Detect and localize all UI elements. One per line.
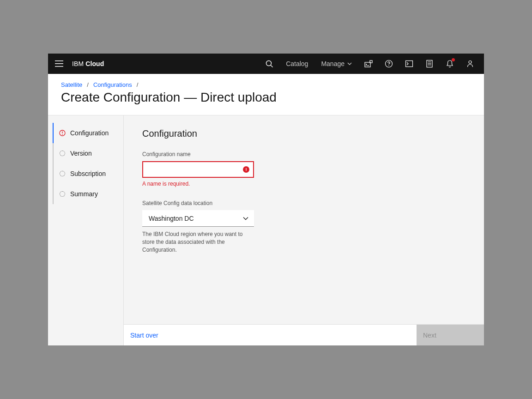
console-icon-button[interactable] [399, 54, 419, 74]
cloud-shell-icon [364, 60, 373, 67]
location-select-wrap: Washington DC [142, 210, 254, 227]
step-subscription[interactable]: Subscription [53, 163, 123, 184]
step-configuration[interactable]: Configuration [53, 123, 123, 143]
step-summary[interactable]: Summary [53, 184, 123, 204]
wizard-footer: Start over Next [124, 324, 484, 345]
menu-button[interactable] [48, 54, 70, 74]
config-name-input[interactable] [142, 161, 254, 178]
svg-point-3 [266, 60, 271, 66]
search-icon [266, 60, 273, 68]
breadcrumb-separator: / [87, 81, 89, 88]
section-title: Configuration [142, 128, 466, 139]
svg-rect-0 [55, 60, 63, 61]
help-button[interactable] [379, 54, 399, 74]
cost-estimator-icon [426, 60, 433, 68]
catalog-label: Catalog [286, 60, 308, 67]
incomplete-icon [60, 151, 65, 156]
breadcrumb-separator: / [137, 81, 139, 88]
manage-label: Manage [321, 60, 345, 67]
incomplete-icon [60, 191, 65, 197]
error-circle-icon [59, 130, 66, 136]
svg-point-15 [430, 63, 431, 64]
user-icon [466, 60, 474, 68]
search-button[interactable] [259, 54, 279, 74]
next-label: Next [423, 332, 436, 339]
step-label: Summary [70, 190, 98, 198]
location-select[interactable]: Washington DC [142, 210, 254, 227]
app-window: IBM Cloud Catalog Manage [48, 54, 484, 345]
wizard-sidebar: Configuration Version Subscription Summa… [48, 115, 124, 345]
brand-prefix: IBM [72, 60, 85, 67]
location-label: Satellite Config data location [142, 200, 466, 206]
cost-icon-button[interactable] [419, 54, 440, 74]
svg-point-22 [62, 134, 63, 135]
svg-point-18 [430, 65, 431, 66]
step-status-icon [59, 150, 66, 157]
svg-point-16 [428, 65, 429, 66]
form-content: Configuration Configuration name A name … [124, 115, 484, 324]
manage-dropdown[interactable]: Manage [314, 54, 358, 74]
brand-label[interactable]: IBM Cloud [70, 60, 104, 67]
body: Configuration Version Subscription Summa… [48, 115, 484, 345]
page-header: Satellite / Configurations / Create Conf… [48, 74, 484, 115]
breadcrumb: Satellite / Configurations / [61, 81, 471, 88]
user-button[interactable] [460, 54, 480, 74]
step-label: Subscription [70, 170, 106, 177]
brand-bold: Cloud [85, 60, 104, 67]
config-name-error: A name is required. [142, 181, 466, 187]
notifications-button[interactable] [440, 54, 460, 74]
step-version[interactable]: Version [53, 143, 123, 163]
svg-point-17 [429, 65, 430, 66]
top-bar: IBM Cloud Catalog Manage [48, 54, 484, 74]
breadcrumb-configurations[interactable]: Configurations [93, 81, 132, 88]
svg-point-9 [388, 65, 389, 66]
content-wrap: Configuration Configuration name A name … [124, 115, 484, 345]
error-icon [243, 166, 249, 173]
step-label: Configuration [70, 129, 109, 137]
next-button[interactable]: Next [417, 325, 484, 345]
svg-rect-10 [406, 61, 413, 67]
shell-icon-button[interactable] [358, 54, 379, 74]
svg-rect-2 [55, 66, 63, 67]
start-over-button[interactable]: Start over [124, 325, 417, 345]
location-helper: The IBM Cloud region where you want to s… [142, 230, 254, 254]
svg-point-19 [469, 61, 472, 64]
step-status-icon [59, 130, 66, 136]
chevron-down-icon [347, 62, 352, 65]
step-label: Version [70, 150, 92, 157]
svg-point-14 [429, 63, 430, 64]
terminal-icon [405, 60, 413, 67]
svg-rect-1 [55, 63, 63, 64]
config-name-label: Configuration name [142, 151, 466, 157]
svg-point-13 [428, 63, 429, 64]
step-status-icon [59, 191, 66, 197]
config-name-input-wrap [142, 161, 254, 178]
breadcrumb-satellite[interactable]: Satellite [61, 81, 82, 88]
notification-badge [452, 58, 455, 61]
hamburger-icon [55, 60, 63, 67]
help-icon [385, 60, 393, 68]
start-over-label: Start over [130, 332, 158, 339]
catalog-link[interactable]: Catalog [279, 54, 314, 74]
svg-line-4 [271, 65, 272, 67]
step-status-icon [59, 170, 66, 177]
page-title: Create Configuration — Direct upload [61, 90, 471, 105]
svg-rect-5 [365, 62, 370, 67]
incomplete-icon [60, 171, 65, 176]
